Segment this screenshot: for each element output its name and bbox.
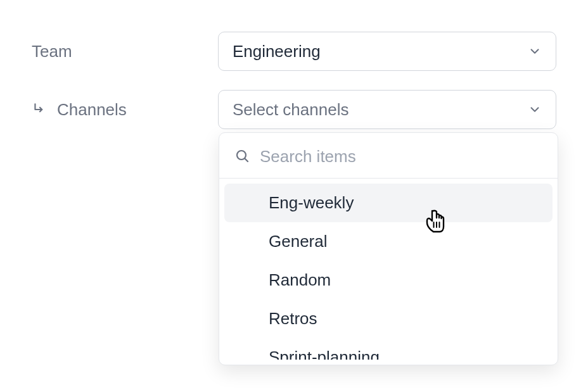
- dropdown-option[interactable]: Eng-weekly: [224, 184, 553, 222]
- chevron-down-icon: [528, 103, 542, 116]
- svg-line-1: [245, 158, 248, 161]
- channels-select[interactable]: Select channels: [218, 90, 556, 129]
- channels-select-placeholder: Select channels: [233, 100, 349, 120]
- team-label-col: Team: [32, 42, 218, 61]
- team-row: Team Engineering: [32, 32, 556, 71]
- dropdown-search-input[interactable]: [260, 147, 542, 167]
- dropdown-option[interactable]: Random: [224, 261, 553, 299]
- channels-label-col: Channels: [32, 100, 218, 120]
- chevron-down-icon: [528, 44, 542, 58]
- dropdown-option[interactable]: Retros: [224, 299, 553, 338]
- channels-dropdown-panel: Eng-weekly General Random Retros Sprint-…: [219, 132, 558, 365]
- dropdown-search-row: [219, 133, 558, 179]
- team-select-value: Engineering: [233, 42, 321, 61]
- dropdown-option[interactable]: General: [224, 222, 553, 261]
- team-label: Team: [32, 42, 72, 61]
- team-select[interactable]: Engineering: [218, 32, 556, 71]
- channels-row: Channels Select channels: [32, 90, 556, 129]
- dropdown-options-list: Eng-weekly General Random Retros Sprint-…: [219, 179, 558, 365]
- indent-arrow-icon: [32, 101, 48, 118]
- channels-label: Channels: [57, 100, 127, 120]
- search-icon: [234, 148, 250, 166]
- dropdown-option[interactable]: Sprint-planning: [224, 338, 553, 360]
